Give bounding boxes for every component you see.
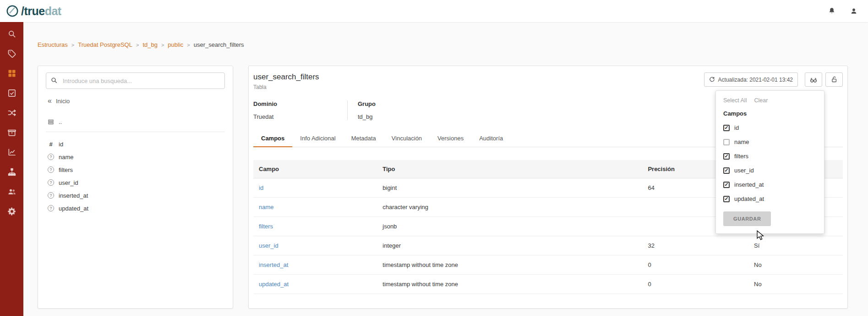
breadcrumb-link[interactable]: Truedat PostgreSQL bbox=[78, 41, 132, 48]
tab-auditoria[interactable]: Auditoría bbox=[471, 130, 511, 147]
columns-dropdown: Select All Clear Campos id name filters … bbox=[715, 90, 824, 234]
sidebar-item-check-square[interactable] bbox=[7, 89, 16, 98]
checkbox[interactable] bbox=[723, 196, 730, 202]
dropdown-option-id[interactable]: id bbox=[723, 121, 817, 135]
dropdown-option-name[interactable]: name bbox=[723, 135, 817, 149]
unknown-type-icon: ? bbox=[48, 192, 54, 199]
sidebar-item-tag[interactable] bbox=[7, 49, 16, 58]
tab-vinculacion[interactable]: Vinculación bbox=[384, 130, 430, 147]
breadcrumb-link[interactable]: td_bg bbox=[142, 41, 158, 48]
field-type: bigint bbox=[377, 178, 642, 198]
field-link[interactable]: updated_at bbox=[253, 275, 377, 294]
field-precision: 0 bbox=[642, 255, 748, 275]
tree-field-item[interactable]: ? updated_at bbox=[48, 202, 225, 215]
breadcrumb-link[interactable]: public bbox=[168, 41, 183, 48]
field-link[interactable]: user_id bbox=[253, 236, 377, 255]
column-header-campo: Campo bbox=[253, 160, 377, 178]
tree-field-item[interactable]: ? inserted_at bbox=[48, 189, 225, 202]
refresh-icon bbox=[709, 77, 715, 83]
field-link[interactable]: name bbox=[253, 198, 377, 217]
checkbox[interactable] bbox=[723, 167, 730, 174]
column-header-tipo: Tipo bbox=[377, 160, 642, 178]
breadcrumb-separator: > bbox=[71, 42, 74, 48]
sidebar-item-box[interactable] bbox=[7, 128, 16, 137]
tab-info-adicional[interactable]: Info Adicional bbox=[292, 130, 343, 147]
unknown-type-icon: ? bbox=[48, 154, 54, 160]
user-profile-icon[interactable] bbox=[850, 7, 858, 15]
grupo-value: td_bg bbox=[358, 113, 430, 120]
dropdown-group-label: Campos bbox=[723, 110, 817, 117]
field-link[interactable]: inserted_at bbox=[253, 255, 377, 275]
tree-field-item[interactable]: ? filters bbox=[48, 163, 225, 176]
back-to-home-link[interactable]: « Inicio bbox=[48, 97, 225, 105]
dominio-label: Dominio bbox=[253, 100, 336, 107]
sidebar-item-grid[interactable] bbox=[7, 69, 16, 78]
table-row: user_id integer 32 Sí bbox=[253, 236, 843, 255]
field-nullable: Sí bbox=[748, 236, 843, 255]
field-type: jsonb bbox=[377, 217, 642, 236]
tree-field-item[interactable]: ? name bbox=[48, 150, 225, 163]
checkbox[interactable] bbox=[723, 182, 730, 188]
breadcrumb-separator: > bbox=[136, 42, 139, 48]
dropdown-option-inserted-at[interactable]: inserted_at bbox=[723, 177, 817, 192]
refresh-updated-button[interactable]: Actualizada: 2021-02-01 13:42 bbox=[704, 72, 798, 87]
lock-button[interactable] bbox=[825, 72, 843, 87]
column-visibility-button[interactable] bbox=[805, 72, 822, 87]
select-all-link[interactable]: Select All bbox=[723, 97, 747, 104]
sidebar-item-users[interactable] bbox=[7, 187, 16, 196]
checkbox[interactable] bbox=[723, 125, 730, 131]
sidebar-item-shuffle[interactable] bbox=[7, 108, 16, 117]
search-icon bbox=[50, 77, 58, 86]
tab-campos[interactable]: Campos bbox=[253, 130, 292, 147]
save-button[interactable]: GUARDAR bbox=[723, 211, 771, 226]
tab-metadata[interactable]: Metadata bbox=[344, 130, 384, 147]
tree-field-item[interactable]: # id bbox=[48, 138, 225, 150]
field-precision: 32 bbox=[642, 236, 748, 255]
tree-field-label: updated_at bbox=[59, 205, 88, 212]
tree-field-label: user_id bbox=[59, 179, 78, 186]
back-label: Inicio bbox=[56, 98, 70, 105]
grid-icon bbox=[7, 69, 16, 78]
shuffle-icon bbox=[7, 108, 16, 117]
box-icon bbox=[7, 128, 16, 137]
dropdown-option-filters[interactable]: filters bbox=[723, 149, 817, 163]
truedat-logo-icon bbox=[5, 4, 19, 18]
sidebar-item-search[interactable] bbox=[7, 29, 16, 39]
unlock-icon bbox=[830, 76, 838, 83]
sidebar-item-sitemap[interactable] bbox=[7, 167, 16, 177]
tree-field-label: name bbox=[59, 154, 74, 161]
dropdown-option-updated-at[interactable]: updated_at bbox=[723, 192, 817, 206]
app-sidebar bbox=[0, 22, 23, 316]
page-title: user_search_filters bbox=[253, 72, 319, 82]
glasses-icon bbox=[809, 76, 818, 84]
logo-text: /truedat bbox=[21, 5, 61, 18]
tab-versiones[interactable]: Versiones bbox=[430, 130, 471, 147]
breadcrumb-separator: > bbox=[161, 42, 164, 48]
double-chevron-left-icon: « bbox=[48, 97, 52, 105]
stack-icon bbox=[48, 119, 54, 125]
parent-directory-item[interactable]: .. bbox=[48, 118, 225, 125]
search-input[interactable] bbox=[46, 72, 225, 89]
checkbox[interactable] bbox=[723, 153, 730, 160]
checkbox[interactable] bbox=[723, 139, 730, 145]
breadcrumb-link[interactable]: Estructuras bbox=[38, 41, 68, 48]
tree-field-label: inserted_at bbox=[59, 192, 88, 199]
truedat-logo[interactable]: /truedat bbox=[5, 4, 61, 18]
field-link[interactable]: id bbox=[253, 178, 377, 198]
field-nullable: No bbox=[748, 255, 843, 275]
number-type-icon: # bbox=[48, 141, 54, 147]
table-row: inserted_at timestamp without time zone … bbox=[253, 255, 843, 275]
dropdown-option-user-id[interactable]: user_id bbox=[723, 163, 817, 177]
top-navbar: /truedat bbox=[0, 0, 868, 22]
dominio-value: Truedat bbox=[253, 113, 336, 120]
sidebar-item-chart[interactable] bbox=[7, 148, 16, 157]
tag-icon bbox=[7, 49, 16, 58]
field-link[interactable]: filters bbox=[253, 217, 377, 236]
sidebar-item-gear[interactable] bbox=[7, 207, 16, 216]
structure-tree-panel: « Inicio .. # id ? name ? filters ? user… bbox=[38, 66, 233, 309]
notifications-bell-icon[interactable] bbox=[828, 7, 836, 15]
clear-link[interactable]: Clear bbox=[754, 97, 768, 104]
field-type: timestamp without time zone bbox=[377, 275, 642, 294]
tree-field-label: filters bbox=[59, 166, 73, 173]
tree-field-item[interactable]: ? user_id bbox=[48, 176, 225, 189]
